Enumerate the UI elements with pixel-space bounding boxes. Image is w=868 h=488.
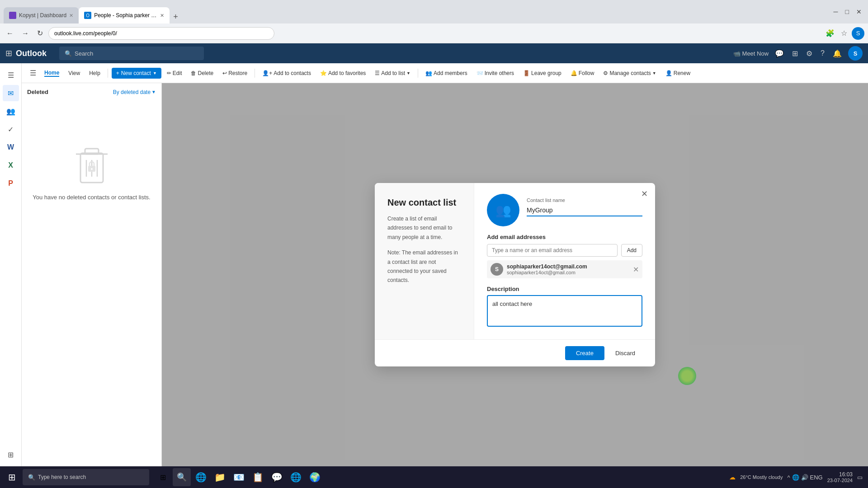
restore-button[interactable]: ↩ Restore (219, 68, 251, 78)
apps-icon-button[interactable]: ⊞ (790, 47, 800, 60)
email-entry: S sophiaparker14oct@gmail.com sophiapark… (487, 260, 642, 278)
invite-others-button[interactable]: 📨 Invite others (473, 68, 518, 78)
taskbar-edge-icon: 🌐 (195, 472, 207, 483)
forward-button[interactable]: → (19, 28, 32, 39)
profile-button[interactable]: S (852, 27, 864, 40)
close-window-button[interactable]: ✕ (854, 6, 864, 17)
meet-now-label: Meet Now (742, 50, 769, 57)
speaker-icon[interactable]: 🔊 (801, 474, 808, 481)
email-address-input[interactable] (487, 244, 618, 257)
add-to-list-button[interactable]: ☰ Add to list ▼ (371, 68, 414, 78)
network-icon[interactable]: 🌐 (792, 474, 799, 481)
new-tab-button[interactable]: + (170, 10, 182, 23)
tab-outlook-close[interactable]: ✕ (160, 13, 164, 19)
nav-home-icon[interactable]: ☰ (3, 67, 19, 83)
add-to-favorites-button[interactable]: ⭐ Add to favorites (316, 68, 369, 78)
discard-button[interactable]: Discard (608, 346, 642, 360)
add-to-contacts-button[interactable]: 👤+ Add to contacts (259, 68, 315, 78)
new-contact-button[interactable]: + New contact ▼ (112, 68, 161, 79)
taskbar-app-files[interactable]: 📁 (211, 468, 229, 486)
header-grid-menu[interactable]: ⊞ (5, 48, 12, 58)
teams-icon-button[interactable]: 💬 (773, 47, 786, 60)
taskbar-right: ☁ 26°C Mostly cloudy ^ 🌐 🔊 ENG 16:03 23-… (729, 471, 866, 483)
create-button[interactable]: Create (565, 346, 604, 360)
header-right-icons: 📹 Meet Now 💬 ⊞ ⚙ ? 🔔 S (733, 46, 863, 61)
outlook-logo-text: Outlook (16, 49, 47, 58)
windows-start-icon: ⊞ (8, 472, 16, 483)
description-textarea[interactable]: all contact here (487, 295, 642, 327)
taskbar-app-chrome[interactable]: 🌐 (287, 468, 305, 486)
taskbar-app-teams[interactable]: 💬 (268, 468, 286, 486)
follow-label: Follow (579, 70, 594, 76)
taskbar-app-mail[interactable]: 📧 (230, 468, 248, 486)
nav-more-icon[interactable]: ⊞ (3, 446, 19, 463)
taskbar-app-kanban[interactable]: 📋 (249, 468, 267, 486)
start-button[interactable]: ⊞ (2, 467, 22, 487)
browser-tabs: Kopyst | Dashboard ✕ O People - Sophia p… (4, 0, 182, 23)
nav-word-icon[interactable]: W (3, 139, 19, 155)
add-email-button[interactable]: Add (621, 244, 642, 257)
leave-group-label: Leave group (531, 70, 561, 76)
taskbar-search-app-icon: 🔍 (177, 472, 187, 482)
user-avatar[interactable]: S (848, 46, 863, 61)
taskbar-chevron-icon[interactable]: ^ (787, 474, 790, 481)
tab-kopyst[interactable]: Kopyst | Dashboard ✕ (4, 7, 79, 23)
tab-view[interactable]: View (65, 68, 84, 78)
tab-kopyst-close[interactable]: ✕ (69, 13, 73, 19)
manage-contacts-label: Manage contacts (609, 70, 651, 76)
add-to-list-label: Add to list (381, 70, 405, 76)
edit-button[interactable]: ✏ Edit (163, 68, 186, 78)
nav-excel-icon[interactable]: X (3, 157, 19, 174)
tab-outlook[interactable]: O People - Sophia parker - Outlo... ✕ (79, 7, 170, 23)
taskbar-search-bar[interactable]: 🔍 Type here to search (23, 469, 149, 485)
header-search-icon: 🔍 (65, 50, 72, 57)
modal-body: New contact list Create a list of email … (375, 183, 655, 339)
show-desktop-icon[interactable]: ▭ (857, 474, 863, 481)
edit-label: Edit (173, 70, 182, 76)
modal-dialog: ✕ New contact list Create a list of emai… (375, 183, 655, 366)
panel-filter[interactable]: By deleted date ▼ (113, 89, 156, 95)
maximize-button[interactable]: □ (843, 6, 852, 17)
address-bar[interactable] (48, 27, 274, 40)
modal-footer: Create Discard (375, 339, 655, 366)
add-members-button[interactable]: 👥 Add members (422, 68, 471, 78)
nav-people-icon[interactable]: 👥 (3, 103, 19, 119)
minimize-button[interactable]: ─ (831, 6, 841, 17)
email-entry-remove-button[interactable]: ✕ (633, 265, 639, 274)
back-button[interactable]: ← (4, 28, 16, 39)
header-search-bar[interactable]: 🔍 Search (59, 47, 204, 60)
modal-right-panel: 👥 Contact list name Add email addresses (474, 183, 655, 339)
tab-outlook-title: People - Sophia parker - Outlo... (94, 12, 157, 19)
delete-label: Delete (198, 70, 213, 76)
nav-powerpoint-icon[interactable]: P (3, 175, 19, 192)
taskbar-app-search[interactable]: 🔍 (173, 468, 191, 486)
nav-tasks-icon[interactable]: ✓ (3, 121, 19, 137)
bookmark-button[interactable]: ☆ (839, 27, 849, 39)
notifications-icon-button[interactable]: 🔔 (831, 47, 844, 60)
taskbar-mail-icon: 📧 (233, 472, 245, 483)
toolbar-hamburger[interactable]: ☰ (27, 67, 39, 79)
help-icon-button[interactable]: ? (819, 47, 826, 59)
settings-icon-button[interactable]: ⚙ (804, 47, 814, 60)
tab-view-label: View (68, 70, 80, 76)
nav-mail-icon[interactable]: ✉ (3, 85, 19, 101)
extensions-button[interactable]: 🧩 (824, 27, 836, 39)
taskbar-sys-icons: ^ 🌐 🔊 ENG (787, 474, 822, 481)
reload-button[interactable]: ↻ (34, 27, 46, 39)
manage-contacts-button[interactable]: ⚙ Manage contacts ▼ (599, 68, 660, 78)
meet-now-button[interactable]: 📹 Meet Now (733, 50, 769, 57)
taskbar-app-chrome2[interactable]: 🌍 (306, 468, 324, 486)
tab-home[interactable]: Home (41, 68, 63, 79)
renew-button[interactable]: 👤 Renew (662, 68, 694, 78)
taskbar-clock[interactable]: 16:03 23-07-2024 (827, 471, 853, 483)
delete-button[interactable]: 🗑 Delete (187, 68, 217, 78)
taskbar-app-windows[interactable]: ⊞ (154, 468, 172, 486)
follow-button[interactable]: 🔔 Follow (567, 68, 598, 78)
leave-group-button[interactable]: 🚪 Leave group (519, 68, 565, 78)
contact-list-name-input[interactable] (527, 205, 642, 216)
taskbar-app-edge[interactable]: 🌐 (192, 468, 210, 486)
tab-help[interactable]: Help (85, 68, 104, 78)
modal-close-button[interactable]: ✕ (638, 188, 651, 200)
tab-home-label: Home (44, 70, 59, 77)
new-contact-dropdown-arrow[interactable]: ▼ (153, 71, 157, 75)
